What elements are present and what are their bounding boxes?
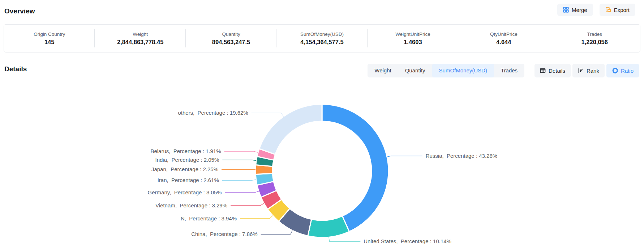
view-details-label: Details <box>549 68 565 74</box>
slice-label: India, Percentage : 2.05% <box>155 157 219 163</box>
label-leader-line <box>329 237 360 241</box>
merge-button-label: Merge <box>572 7 587 13</box>
slice-label: N, Percentage : 3.94% <box>181 215 237 221</box>
stat-value: 2,844,863,778.45 <box>117 39 163 46</box>
label-leader-line <box>222 180 256 181</box>
stat-value: 894,563,247.5 <box>212 39 250 46</box>
stat-label: QtyUnitPrice <box>490 31 518 37</box>
label-leader-line <box>261 231 292 235</box>
top-actions: Merge Export <box>557 4 635 16</box>
page-title: Overview <box>4 7 35 15</box>
stat-sum-of-money: SumOfMoney(USD) 4,154,364,577.5 <box>276 25 367 52</box>
export-button[interactable]: Export <box>600 4 635 16</box>
slice-label: Russia, Percentage : 43.28% <box>426 153 497 159</box>
donut-slice-united-states[interactable] <box>308 216 349 237</box>
stat-weight: Weight 2,844,863,778.45 <box>95 25 185 52</box>
stat-quantity: Quantity 894,563,247.5 <box>186 25 276 52</box>
tab-weight[interactable]: Weight <box>368 64 398 77</box>
rank-bars-icon <box>578 68 584 73</box>
merge-button[interactable]: Merge <box>557 4 593 16</box>
view-tab-group: Details Rank Ratio <box>534 64 639 77</box>
origin-country-ratio-donut-chart: Russia, Percentage : 43.28%United States… <box>0 80 644 249</box>
details-controls: Weight Quantity SumOfMoney(USD) Trades D… <box>368 64 639 77</box>
slice-label: China, Percentage : 7.86% <box>191 231 257 237</box>
stat-value: 1.4603 <box>404 39 422 46</box>
donut-chart-icon <box>612 68 618 74</box>
label-leader-line <box>387 156 422 157</box>
stat-label: Quantity <box>222 31 240 37</box>
tab-quantity[interactable]: Quantity <box>398 64 432 77</box>
label-leader-line <box>252 113 284 117</box>
export-button-label: Export <box>614 7 630 13</box>
view-details-button[interactable]: Details <box>534 64 571 77</box>
top-bar: Overview Merge <box>0 0 644 21</box>
slice-label: Vietnam, Percentage : 3.29% <box>155 202 227 208</box>
donut-slice-others[interactable] <box>259 104 322 155</box>
stat-label: Weight <box>133 31 148 37</box>
slice-label: others, Percentage : 19.62% <box>178 110 248 116</box>
stat-value: 4,154,364,577.5 <box>300 39 343 46</box>
tab-sum-of-money[interactable]: SumOfMoney(USD) <box>432 64 494 77</box>
label-leader-line <box>224 151 258 152</box>
metric-tab-group: Weight Quantity SumOfMoney(USD) Trades <box>368 64 524 77</box>
stat-value: 1,220,056 <box>581 39 608 46</box>
merge-grid-icon <box>563 7 569 13</box>
stat-label: Trades <box>587 31 602 37</box>
stat-trades: Trades 1,220,056 <box>549 25 640 52</box>
stat-label: Origin Country <box>34 31 65 37</box>
details-title: Details <box>4 65 27 73</box>
stat-label: SumOfMoney(USD) <box>300 31 344 37</box>
label-leader-line <box>231 203 264 206</box>
stat-value: 4.644 <box>496 39 511 46</box>
label-leader-line <box>240 216 273 219</box>
view-rank-button[interactable]: Rank <box>572 64 605 77</box>
stat-weight-unit-price: WeightUnitPrice 1.4603 <box>368 25 458 52</box>
tab-trades[interactable]: Trades <box>494 64 524 77</box>
slice-label: Belarus, Percentage : 1.91% <box>150 148 221 154</box>
stat-origin-country: Origin Country 145 <box>4 25 95 52</box>
stat-value: 145 <box>44 39 55 46</box>
donut-slice-russia[interactable] <box>322 104 388 232</box>
slice-label: Japan, Percentage : 2.25% <box>151 166 218 172</box>
stat-label: WeightUnitPrice <box>395 31 430 37</box>
slice-label: Iran, Percentage : 2.61% <box>158 177 219 183</box>
view-rank-label: Rank <box>587 68 599 74</box>
view-ratio-button[interactable]: Ratio <box>606 64 639 77</box>
label-leader-line <box>225 191 258 193</box>
label-leader-line <box>222 160 256 161</box>
overview-stats-card: Origin Country 145 Weight 2,844,863,778.… <box>4 24 640 52</box>
slice-label: Germany, Percentage : 3.05% <box>148 189 222 195</box>
export-file-icon <box>605 7 611 13</box>
slice-label: United States, Percentage : 10.14% <box>364 238 451 244</box>
stat-qty-unit-price: QtyUnitPrice 4.644 <box>458 25 549 52</box>
view-ratio-label: Ratio <box>621 68 634 74</box>
table-icon <box>540 68 546 73</box>
